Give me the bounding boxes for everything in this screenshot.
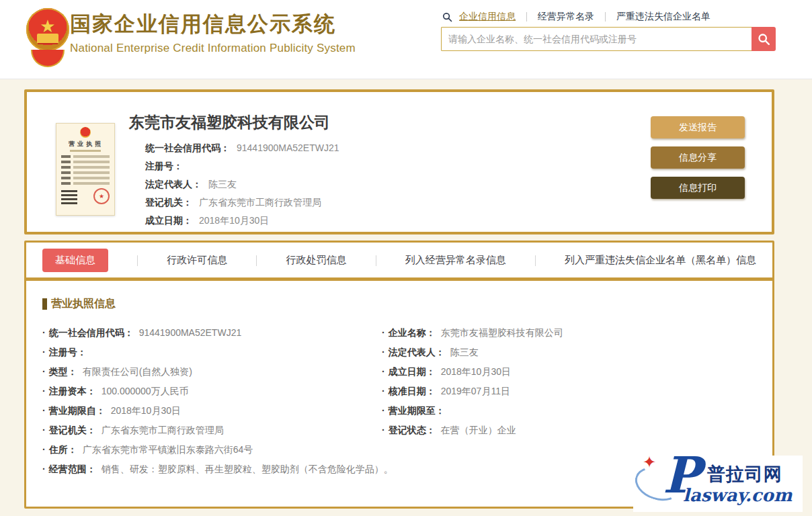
field-value: 陈三友 — [208, 179, 237, 189]
field-label: 住所： — [49, 444, 77, 455]
company-summary-card: 营业执照 ★ 东莞市友福塑胶科技有限公司 统一社会信用代码：91441900MA… — [24, 89, 774, 234]
company-field: 法定代表人：陈三友 — [129, 179, 339, 191]
info-row: ·统一社会信用代码：91441900MA52ETWJ21 — [42, 323, 382, 343]
tab-blacklist[interactable]: 列入严重违法失信企业名单（黑名单）信息 — [565, 254, 756, 267]
info-row: ·营业期限自：2018年10月30日 — [42, 401, 382, 421]
site-title: 国家企业信用信息公示系统 — [70, 10, 356, 38]
section-marker — [42, 298, 47, 310]
company-field: 成立日期：2018年10月30日 — [129, 215, 339, 227]
field-value: 100.000000万人民币 — [102, 386, 189, 396]
field-value: 2018年10月30日 — [441, 366, 511, 377]
field-value: 陈三友 — [450, 347, 479, 357]
license-text-line — [61, 155, 110, 158]
info-row: ·营业期限至： — [382, 401, 772, 421]
field-value: 有限责任公司(自然人独资) — [83, 366, 192, 377]
company-field: 注册号： — [129, 161, 339, 173]
nav-divider — [526, 12, 527, 22]
info-row: ·成立日期：2018年10月30日 — [382, 362, 772, 382]
info-row: ·注册资本：100.000000万人民币 — [42, 382, 382, 401]
bullet: · — [382, 405, 385, 416]
license-text-line — [61, 182, 110, 185]
share-info-button[interactable]: 信息分享 — [651, 146, 745, 169]
field-value: 广东省东莞市常平镇漱旧东泰路六街64号 — [83, 444, 253, 455]
section-title: 营业执照信息 — [42, 297, 772, 311]
field-value: 2018年10月30日 — [111, 405, 181, 416]
license-info-section: 营业执照信息 ·统一社会信用代码：91441900MA52ETWJ21 ·注册号… — [26, 281, 772, 479]
field-label: 营业期限至： — [389, 405, 445, 416]
bullet: · — [42, 386, 46, 396]
bullet: · — [382, 366, 385, 377]
watermark-star-icon: ✦ — [643, 453, 656, 472]
tab-basic-info[interactable]: 基础信息 — [42, 249, 108, 272]
bullet: · — [382, 327, 385, 338]
field-label: 营业期限自： — [49, 405, 106, 416]
field-label: 核准日期： — [389, 386, 436, 396]
license-text-line — [61, 166, 110, 169]
action-buttons: 发送报告 信息分享 信息打印 — [651, 116, 745, 207]
license-emblem-icon — [80, 127, 91, 138]
field-value: 销售、研发：塑胶原料、再生塑胶粒、塑胶助剂（不含危险化学品）。 — [102, 464, 393, 474]
info-row: ·经营范围：销售、研发：塑胶原料、再生塑胶粒、塑胶助剂（不含危险化学品）。 — [42, 460, 382, 479]
watermark-domain: lasway.com — [683, 485, 792, 505]
search-input[interactable] — [441, 27, 752, 51]
company-field: 统一社会信用代码：91441900MA52ETWJ21 — [129, 142, 339, 155]
tab-abnormal-operations-list[interactable]: 列入经营异常名录信息 — [405, 254, 506, 267]
field-label: 注册号： — [49, 347, 87, 357]
info-row: ·住所：广东省东莞市常平镇漱旧东泰路六街64号 — [42, 440, 382, 460]
bullet: · — [42, 366, 46, 377]
nav-link-serious-violations[interactable]: 严重违法失信企业名单 — [616, 11, 710, 23]
tab-bar: 基础信息 行政许可信息 行政处罚信息 列入经营异常名录信息 列入严重违法失信企业… — [26, 243, 772, 281]
tab-administrative-licensing[interactable]: 行政许可信息 — [167, 254, 227, 267]
nav-divider — [605, 12, 606, 22]
field-value: 2018年10月30日 — [199, 215, 269, 226]
company-name: 东莞市友福塑胶科技有限公司 — [129, 112, 339, 133]
info-row: ·登记状态：在营（开业）企业 — [382, 421, 772, 440]
field-label: 企业名称： — [389, 327, 436, 338]
national-emblem-logo: ★ — [26, 8, 70, 70]
site-titles: 国家企业信用信息公示系统 National Enterprise Credit … — [70, 10, 356, 55]
bullet: · — [42, 425, 46, 435]
tab-divider — [535, 255, 536, 266]
business-license-thumbnail[interactable]: 营业执照 ★ — [56, 123, 115, 216]
bullet: · — [42, 347, 46, 357]
field-label: 统一社会信用代码： — [49, 327, 134, 338]
field-value: 广东省东莞市工商行政管理局 — [199, 197, 321, 208]
nav-link-enterprise-credit[interactable]: 企业信用信息 — [459, 11, 516, 23]
license-text-line — [61, 161, 110, 163]
site-header: ★ 国家企业信用信息公示系统 National Enterprise Credi… — [0, 0, 812, 79]
field-label: 成立日期： — [389, 366, 436, 377]
license-text-line — [61, 171, 110, 174]
search-button[interactable] — [752, 27, 776, 51]
tab-administrative-penalty[interactable]: 行政处罚信息 — [286, 254, 347, 267]
search-bar — [441, 27, 776, 51]
red-stamp-icon: ★ — [93, 188, 110, 204]
emblem-gate — [37, 34, 58, 43]
tab-divider — [256, 255, 257, 266]
company-field: 登记机关：广东省东莞市工商行政管理局 — [129, 197, 339, 209]
site-subtitle: National Enterprise Credit Information P… — [70, 42, 356, 55]
print-info-button[interactable]: 信息打印 — [651, 177, 745, 199]
field-value: 2019年07月11日 — [441, 386, 510, 396]
field-label: 登记状态： — [389, 425, 436, 435]
info-row: ·企业名称：东莞市友福塑胶科技有限公司 — [382, 323, 772, 343]
field-label: 经营范围： — [49, 464, 96, 474]
field-label: 法定代表人： — [389, 347, 445, 357]
field-value: 91441900MA52ETWJ21 — [237, 142, 339, 153]
send-report-button[interactable]: 发送报告 — [651, 116, 745, 138]
emblem-ribbon — [31, 50, 65, 67]
plasway-watermark: ✦ P 普拉司网 lasway.com — [633, 456, 803, 512]
field-label: 成立日期： — [145, 215, 192, 226]
info-row: ·类型：有限责任公司(自然人独资) — [42, 362, 382, 382]
field-label: 注册资本： — [49, 386, 96, 396]
field-label: 登记机关： — [145, 197, 192, 208]
nav-link-abnormal-operations[interactable]: 经营异常名录 — [538, 11, 594, 23]
header-nav: 企业信用信息 经营异常名录 严重违法失信企业名单 — [442, 11, 710, 23]
field-value: 广东省东莞市工商行政管理局 — [102, 425, 224, 435]
field-label: 登记机关： — [49, 425, 96, 435]
license-subline — [61, 150, 110, 152]
search-icon — [442, 12, 452, 22]
bullet: · — [42, 444, 46, 455]
bullet: · — [42, 464, 46, 474]
field-label: 类型： — [49, 366, 77, 377]
tab-divider — [137, 255, 138, 266]
